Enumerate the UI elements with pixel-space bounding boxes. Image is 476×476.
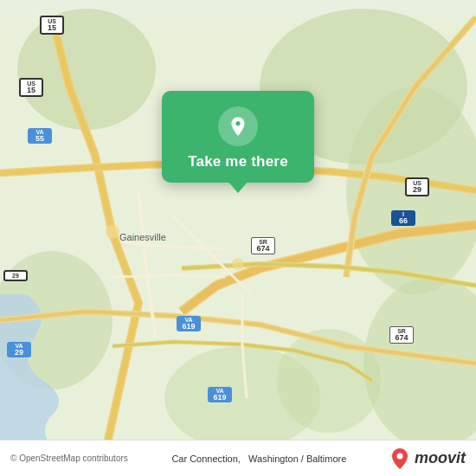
shield-va55: VA 55	[28, 128, 52, 144]
shield-us29-left: 29	[3, 270, 28, 281]
moovit-branding: moovit	[390, 447, 466, 470]
shield-us15-left: US 15	[19, 78, 43, 97]
take-me-there-button[interactable]: Take me there	[188, 153, 288, 170]
svg-point-10	[236, 122, 240, 125]
shield-va29-bottom: VA 29	[7, 342, 31, 357]
location-name: Car Connection, Washington / Baltimore	[171, 453, 346, 464]
popup-card[interactable]: Take me there	[162, 91, 314, 183]
shield-sr674-bottom: SR 674	[389, 326, 414, 344]
moovit-pin-icon	[390, 447, 409, 470]
svg-point-9	[232, 258, 244, 270]
shield-va619-bottom: VA 619	[208, 387, 232, 402]
gainesville-label: Gainesville	[119, 232, 166, 242]
pin-svg	[227, 115, 249, 138]
copyright-text: © OpenStreetMap contributors	[10, 453, 128, 463]
location-region-text: Washington / Baltimore	[248, 453, 346, 464]
svg-point-11	[396, 453, 402, 459]
svg-point-3	[17, 9, 156, 130]
shield-us15-top: US 15	[40, 16, 64, 35]
bottom-bar: © OpenStreetMap contributors Car Connect…	[0, 440, 476, 476]
shield-i66: I 66	[391, 210, 415, 226]
svg-point-8	[106, 225, 119, 239]
location-pin-icon	[218, 106, 258, 146]
shield-us29-right: US 29	[405, 177, 429, 196]
location-name-text: Car Connection,	[171, 453, 241, 464]
attribution-area: © OpenStreetMap contributors	[10, 453, 128, 463]
shield-sr674-mid: SR 674	[251, 237, 275, 254]
map-container: US 15 US 15 VA 55 US 29 I 66 SR 674 29 V…	[0, 0, 476, 476]
map-background	[0, 0, 476, 476]
moovit-text: moovit	[415, 449, 466, 467]
shield-va619-mid: VA 619	[177, 316, 201, 331]
